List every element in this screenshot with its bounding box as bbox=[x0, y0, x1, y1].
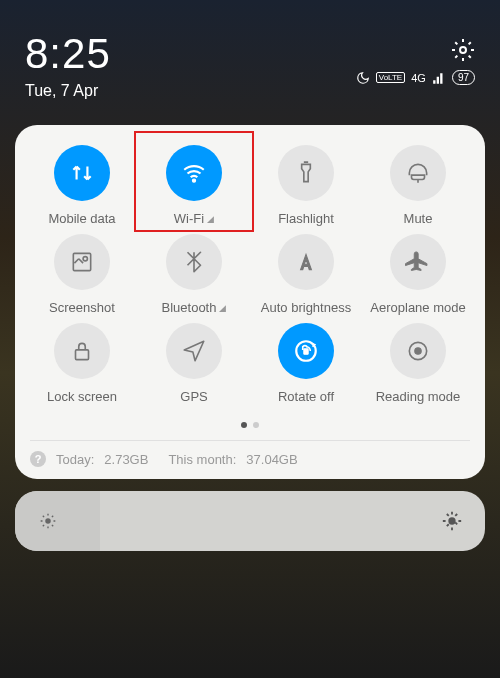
tile-label: Auto brightness bbox=[261, 300, 351, 315]
settings-gear-icon[interactable] bbox=[451, 38, 475, 62]
tile-label: Aeroplane mode bbox=[370, 300, 465, 315]
svg-point-3 bbox=[83, 257, 87, 261]
svg-point-10 bbox=[448, 517, 455, 524]
status-icons-row: VoLTE 4G 97 bbox=[356, 70, 475, 85]
tiles-grid: Mobile dataWi-Fi◢FlashlightMuteScreensho… bbox=[30, 145, 470, 404]
help-icon: ? bbox=[30, 451, 46, 467]
auto-brightness-icon bbox=[278, 234, 334, 290]
tile-label: Flashlight bbox=[278, 211, 334, 226]
usage-today-label: Today: bbox=[56, 452, 94, 467]
network-badge: 4G bbox=[411, 72, 426, 84]
battery-pill: 97 bbox=[452, 70, 475, 85]
tile-screenshot[interactable]: Screenshot bbox=[30, 234, 134, 315]
gps-icon bbox=[166, 323, 222, 379]
usage-today-value: 2.73GB bbox=[104, 452, 148, 467]
brightness-slider[interactable] bbox=[15, 491, 485, 551]
tile-reading[interactable]: Reading mode bbox=[366, 323, 470, 404]
rotate-icon bbox=[278, 323, 334, 379]
tile-label: Bluetooth◢ bbox=[162, 300, 227, 315]
moon-icon bbox=[356, 71, 370, 85]
tile-lock-screen[interactable]: Lock screen bbox=[30, 323, 134, 404]
svg-rect-6 bbox=[304, 349, 308, 354]
status-header: 8:25 Tue, 7 Apr VoLTE 4G 97 bbox=[0, 0, 500, 115]
page-indicator bbox=[30, 422, 470, 428]
signal-icon bbox=[432, 71, 446, 85]
highlight-box bbox=[134, 131, 254, 232]
data-usage-row[interactable]: ? Today: 2.73GB This month: 37.04GB bbox=[30, 440, 470, 467]
brightness-low-icon bbox=[37, 510, 59, 532]
tile-label: GPS bbox=[180, 389, 207, 404]
tile-label: Mute bbox=[404, 211, 433, 226]
tile-auto-brightness[interactable]: Auto brightness bbox=[254, 234, 358, 315]
tile-flashlight[interactable]: Flashlight bbox=[254, 145, 358, 226]
mobile-data-icon bbox=[54, 145, 110, 201]
bluetooth-icon bbox=[166, 234, 222, 290]
tile-mute[interactable]: Mute bbox=[366, 145, 470, 226]
reading-icon bbox=[390, 323, 446, 379]
tile-label: Mobile data bbox=[48, 211, 115, 226]
tile-label: Reading mode bbox=[376, 389, 461, 404]
page-dot-1 bbox=[241, 422, 247, 428]
tile-bluetooth[interactable]: Bluetooth◢ bbox=[142, 234, 246, 315]
quick-settings-panel: Mobile dataWi-Fi◢FlashlightMuteScreensho… bbox=[15, 125, 485, 479]
chevron-icon: ◢ bbox=[219, 303, 226, 313]
volte-badge: VoLTE bbox=[376, 72, 405, 83]
tile-mobile-data[interactable]: Mobile data bbox=[30, 145, 134, 226]
clock-time: 8:25 bbox=[25, 30, 111, 78]
svg-rect-4 bbox=[76, 350, 89, 360]
screenshot-icon bbox=[54, 234, 110, 290]
svg-point-8 bbox=[415, 348, 422, 355]
usage-month-label: This month: bbox=[168, 452, 236, 467]
flashlight-icon bbox=[278, 145, 334, 201]
aeroplane-icon bbox=[390, 234, 446, 290]
tile-wifi[interactable]: Wi-Fi◢ bbox=[142, 145, 246, 226]
tile-label: Screenshot bbox=[49, 300, 115, 315]
tile-aeroplane[interactable]: Aeroplane mode bbox=[366, 234, 470, 315]
brightness-high-icon bbox=[441, 510, 463, 532]
usage-month-value: 37.04GB bbox=[246, 452, 297, 467]
tile-rotate[interactable]: Rotate off bbox=[254, 323, 358, 404]
lock-screen-icon bbox=[54, 323, 110, 379]
clock-date: Tue, 7 Apr bbox=[25, 82, 111, 100]
tile-label: Rotate off bbox=[278, 389, 334, 404]
svg-point-0 bbox=[460, 47, 466, 53]
tile-label: Lock screen bbox=[47, 389, 117, 404]
page-dot-2 bbox=[253, 422, 259, 428]
svg-point-9 bbox=[45, 518, 51, 524]
mute-icon bbox=[390, 145, 446, 201]
tile-gps[interactable]: GPS bbox=[142, 323, 246, 404]
